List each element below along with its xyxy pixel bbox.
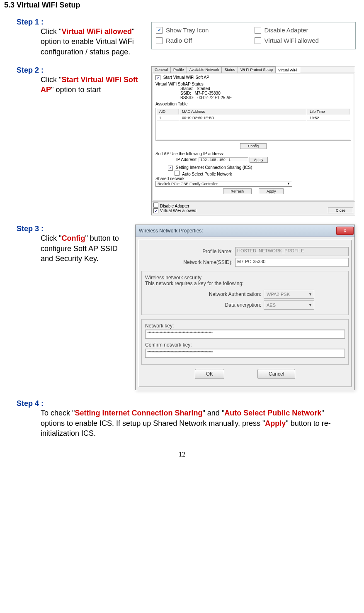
dialog-title: Wireless Network Properties: [139,228,203,234]
col-mac: MAC Address [180,109,306,115]
dropdown-value: WPA2-PSK [267,292,290,297]
highlight-text: Virtual WiFi allowed [61,27,132,36]
tab-general[interactable]: General [152,66,171,73]
tab-profile[interactable]: Profile [170,66,187,73]
ssid-value: M7-PC-35330 [194,91,220,95]
option-show-tray[interactable]: Show Tray Icon [155,25,254,35]
label: Setting Internet Connection Sharing (ICS… [176,165,252,170]
col-lifetime: Life Time [307,109,350,115]
ip-address-field[interactable]: 192 . 168 . 159 . 1 [199,157,248,162]
step-3-block: Step 3 : Click "Config" button to config… [4,225,360,390]
shared-network-dropdown[interactable]: Realtek PCIe GBE Family Controller ▼ [155,181,292,187]
ip-heading: Soft AP Use the following IP address: [155,151,351,156]
tab-virtual-wifi[interactable]: Virtual WiFi [275,67,300,73]
confirm-key-field[interactable]: ****************************************… [145,349,345,358]
key-groupbox: Network key: ***************************… [141,319,349,365]
security-subtext: This network requires a key for the foll… [145,281,345,286]
label: Show Tray Icon [166,27,209,34]
highlight-text: Apply [265,419,286,427]
option-virtual-wifi[interactable]: Virtual WiFi allowed [254,35,352,46]
utility-panel: General Profile Available Network Status… [151,66,355,216]
confirm-key-label: Confirm network key: [145,342,345,348]
label: Auto Select Public Network [182,172,232,176]
checkbox-icon [153,203,158,208]
dropdown-value: Realtek PCIe GBE Family Controller [158,182,218,186]
config-button[interactable]: Config [240,143,267,149]
profile-name-label: Profile Name: [141,249,235,254]
checkbox-icon [255,37,261,44]
close-icon[interactable]: X [336,227,354,235]
step-3-label: Step 3 : [17,225,131,233]
text: Click " [41,27,61,36]
network-key-field[interactable]: ****************************************… [145,330,345,339]
option-disable-adapter[interactable]: Disable Adapter [254,25,352,35]
cancel-button[interactable]: Cancel [257,369,295,379]
text: " and " [202,409,224,417]
cell-mac: 00:19:D2:60:1E:BD [180,115,306,121]
step-2-text: Click "Start Virtual WiFI Soft AP" optio… [41,75,142,95]
bssid-value: 00:02:72:F1:25:AF [197,95,232,100]
highlight-text: Config [61,234,85,242]
tab-status[interactable]: Status [221,66,238,73]
text: " option to start [51,85,101,94]
ssid-field[interactable]: M7-PC-35330 [235,258,349,267]
option-radio-off[interactable]: Radio Off [155,35,254,46]
label: Radio Off [166,37,192,44]
footer-virtual-wifi[interactable]: Virtual WiFi allowed [153,208,197,214]
ics-option[interactable]: Setting Internet Connection Sharing (ICS… [168,165,351,171]
highlight-text: Setting Internet Connection Sharing [75,409,202,417]
section-heading: 5.3 Virtual WiFi Setup [4,1,360,10]
document-page: 5.3 Virtual WiFi Setup Step 1 : Click "V… [0,1,364,471]
checkbox-icon [255,27,261,34]
tab-available-network[interactable]: Available Network [187,66,222,73]
apply-button[interactable]: Apply [259,188,284,194]
auth-label: Network Authentication: [145,291,264,297]
encryption-dropdown[interactable]: AES▼ [264,300,314,310]
checkbox-icon [156,37,163,44]
label: Start Virtual WiFi Soft AP [163,75,209,80]
text: Click " [41,234,61,242]
association-table: AID MAC Address Life Time 1 00:19:D2:60:… [155,108,351,141]
col-aid: AID [157,109,179,115]
start-soft-ap-option[interactable]: Start Virtual WiFi Soft AP [155,75,351,81]
tab-wps[interactable]: Wi-Fi Protect Setup [238,66,276,73]
step-1-label: Step 1 : [17,18,143,27]
close-button[interactable]: Close [328,208,353,213]
dropdown-value: AES [267,303,276,308]
footer-disable-adapter[interactable]: Disable Adapter [153,203,197,208]
step-1-block: Step 1 : Click "Virtual WiFi allowed" op… [4,18,360,57]
step-4-block: Step 4 : To check "Setting Internet Conn… [4,399,360,438]
checkbox-icon [175,171,180,176]
tray-options-panel: Show Tray Icon Disable Adapter Radio Off… [151,22,356,49]
auto-select-option[interactable]: Auto Select Public Network [175,171,351,176]
cell-lifetime: 19:52 [307,115,350,121]
step-1-text: Click "Virtual WiFi allowed" option to e… [41,27,142,57]
status-label: Status: [180,86,193,91]
apply-ip-button[interactable]: Apply [250,157,268,163]
chevron-down-icon: ▼ [308,303,312,307]
table-row[interactable]: 1 00:19:D2:60:1E:BD 19:52 [157,115,350,121]
network-key-label: Network key: [145,323,345,329]
softap-status-heading: Virtual WiFi SoftAP Status [155,82,351,86]
chevron-down-icon: ▼ [287,182,290,186]
step-2-label: Step 2 : [17,66,143,75]
step-2-block: Step 2 : Click "Start Virtual WiFI Soft … [4,66,360,216]
text: Click " [41,76,61,84]
profile-name-field[interactable]: HOSTED_NETWORK_PROFILE [235,247,349,256]
text: To check " [41,409,75,417]
ssid-label: Network Name(SSID): [141,259,235,265]
tab-bar: General Profile Available Network Status… [152,66,355,73]
ok-button[interactable]: OK [195,369,224,379]
shared-network-label: Shared network: [155,176,351,181]
label: Disable Adapter [265,27,308,34]
encryption-label: Data encryption: [145,302,264,308]
ip-label: IP Address: [176,157,197,162]
checkbox-icon [155,75,160,80]
wireless-properties-dialog: Wireless Network Properties: X Profile N… [135,225,355,390]
chevron-down-icon: ▼ [308,292,312,296]
auth-dropdown[interactable]: WPA2-PSK▼ [264,290,314,299]
refresh-button[interactable]: Refresh [223,188,252,194]
assoc-heading: Association Table [155,102,351,106]
step-4-text: To check "Setting Internet Connection Sh… [41,408,339,438]
checkbox-icon [168,166,173,171]
